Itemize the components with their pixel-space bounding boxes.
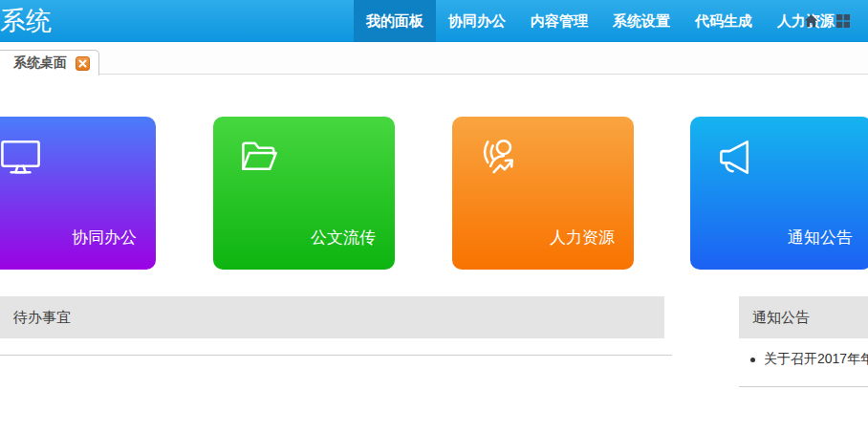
- person-activity-icon: [476, 135, 521, 180]
- tile-label: 协同办公: [72, 227, 137, 249]
- tab-label: 系统桌面: [13, 54, 67, 72]
- tab-bar: 系统桌面: [0, 42, 868, 75]
- tile-label: 公文流传: [311, 227, 376, 249]
- bullet-icon: [750, 358, 755, 362]
- todo-divider: [0, 355, 672, 356]
- todo-panel-header: 待办事宜: [0, 296, 664, 338]
- app-header: 系统 我的面板 协同办公 内容管理 系统设置 代码生成 人力资源: [0, 0, 868, 42]
- close-icon[interactable]: [76, 56, 90, 71]
- home-icon[interactable]: [803, 13, 819, 29]
- tile-label: 人力资源: [550, 227, 615, 249]
- tile-human-resources[interactable]: 人力资源: [452, 117, 634, 270]
- folder-open-icon: [237, 135, 282, 180]
- nav-item-settings[interactable]: 系统设置: [600, 0, 683, 42]
- main-nav: 我的面板 协同办公 内容管理 系统设置 代码生成 人力资源: [354, 0, 847, 42]
- tile-collab-office[interactable]: 协同办公: [0, 117, 156, 270]
- app-title: 系统: [0, 0, 52, 42]
- tile-notices[interactable]: 通知公告: [690, 117, 868, 270]
- tile-document-flow[interactable]: 公文流传: [213, 117, 395, 270]
- notice-divider: [739, 386, 868, 387]
- monitor-icon: [0, 135, 43, 180]
- tile-label: 通知公告: [788, 227, 853, 249]
- megaphone-icon: [714, 135, 759, 180]
- notice-list-item[interactable]: 关于召开2017年年: [739, 351, 868, 368]
- screen: 系统 我的面板 协同办公 内容管理 系统设置 代码生成 人力资源 系统桌面: [0, 0, 868, 434]
- nav-item-codegen[interactable]: 代码生成: [683, 0, 765, 42]
- notice-panel-header: 通知公告: [739, 296, 868, 338]
- nav-item-my-panel[interactable]: 我的面板: [354, 0, 436, 42]
- header-icons: [803, 0, 851, 42]
- notice-item-text: 关于召开2017年年: [764, 351, 868, 368]
- grid-icon[interactable]: [835, 13, 851, 29]
- tab-system-desktop[interactable]: 系统桌面: [0, 50, 99, 76]
- nav-item-collab[interactable]: 协同办公: [436, 0, 518, 42]
- nav-item-content[interactable]: 内容管理: [518, 0, 600, 42]
